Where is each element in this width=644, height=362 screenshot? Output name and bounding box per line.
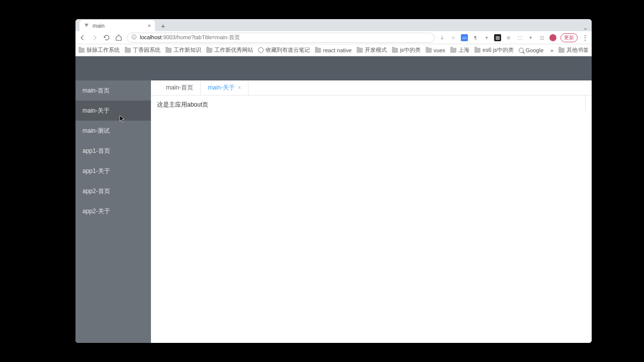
site-info-icon[interactable] xyxy=(131,34,137,41)
other-bookmarks-label: 其他书签 xyxy=(567,46,589,54)
forward-button[interactable] xyxy=(91,34,99,42)
bookmark-item[interactable]: js中的类 xyxy=(392,46,421,54)
page-tab[interactable]: main-首页 xyxy=(159,81,201,95)
folder-icon xyxy=(357,48,363,53)
bookmark-item[interactable]: 脉脉工作系统 xyxy=(78,46,120,54)
address-host: localhost xyxy=(140,34,162,40)
bookmark-label: 开发模式 xyxy=(365,46,387,54)
sidebar-item[interactable]: app2-首页 xyxy=(75,181,151,201)
install-icon[interactable]: ⤓ xyxy=(439,34,446,41)
folder-icon xyxy=(474,48,480,53)
bookmark-item[interactable]: Google xyxy=(519,47,543,53)
folder-icon xyxy=(450,48,456,53)
bookmark-label: 脉脉工作系统 xyxy=(87,46,120,54)
app-viewport: main-首页main-关于main-测试app1-首页app1-关于app2-… xyxy=(75,56,592,343)
sidebar-item[interactable]: main-测试 xyxy=(75,121,151,141)
other-bookmarks[interactable]: 其他书签 xyxy=(558,46,589,54)
page-tab-label: main-首页 xyxy=(166,83,193,92)
bookmark-label: 工作新知识 xyxy=(174,46,201,54)
sidebar-item-label: main-关于 xyxy=(83,107,110,115)
bookmark-item[interactable]: es6 js中的类 xyxy=(474,46,514,54)
sidebar-item[interactable]: app1-首页 xyxy=(75,141,151,161)
chevron-down-icon[interactable]: ⌄ xyxy=(583,25,588,31)
bookmark-label: 丁香园系统 xyxy=(133,46,160,54)
page-tab-label: main-关于 xyxy=(208,83,235,92)
update-button[interactable]: 更新 xyxy=(560,33,578,42)
page-text: 这是主应用about页 xyxy=(157,101,208,108)
sidebar: main-首页main-关于main-测试app1-首页app1-关于app2-… xyxy=(75,80,151,343)
sidebar-item[interactable]: app1-关于 xyxy=(75,161,151,181)
extension-icon[interactable]: ¶ xyxy=(472,34,479,41)
globe-icon xyxy=(258,47,264,53)
bookmark-label: es6 js中的类 xyxy=(482,46,514,54)
divider xyxy=(585,96,586,111)
bookmarks-bar: 脉脉工作系统丁香园系统工作新知识工作新优秀网站收藏到有道云笔记react nat… xyxy=(75,44,592,56)
address-port: :9003 xyxy=(162,34,176,40)
page-tab[interactable]: main-关于× xyxy=(201,81,249,95)
page-content: 这是主应用about页 xyxy=(151,96,592,114)
vue-favicon-icon xyxy=(84,23,90,29)
app-header xyxy=(75,56,592,80)
new-tab-button[interactable]: + xyxy=(158,21,168,31)
sidebar-item[interactable]: app2-关于 xyxy=(75,201,151,221)
bookmark-label: vuex xyxy=(434,47,445,53)
bookmark-label: react native xyxy=(323,47,352,53)
folder-icon xyxy=(206,48,212,53)
profile-avatar[interactable] xyxy=(549,34,556,41)
browser-tabstrip: main × + ⌄ xyxy=(75,19,592,31)
bookmark-label: 上海 xyxy=(458,46,469,54)
bookmark-item[interactable]: 上海 xyxy=(450,46,469,54)
bookmark-label: 工作新优秀网站 xyxy=(214,46,253,54)
content-area: main-首页main-关于× 这是主应用about页 xyxy=(151,80,592,343)
toolbar-right: ⤓ ☆ ▭ ¶ ▾ ▧ ⊘ ⬚ ✦ ◫ 更新 ⋮ xyxy=(439,33,589,42)
folder-icon xyxy=(125,48,131,53)
sidebar-item[interactable]: main-首页 xyxy=(75,80,151,101)
sidepanel-icon[interactable]: ◫ xyxy=(538,34,545,41)
bookmarks-overflow: » 其他书签 xyxy=(550,46,589,54)
bookmark-item[interactable]: 收藏到有道云笔记 xyxy=(258,46,310,54)
extension-icon[interactable]: ▾ xyxy=(483,34,490,41)
svg-marker-0 xyxy=(85,24,89,27)
browser-toolbar: localhost:9003/home?tabTitle=main-首页 ⤓ ☆… xyxy=(75,31,592,44)
search-icon xyxy=(519,48,524,53)
bookmark-item[interactable]: 开发模式 xyxy=(357,46,387,54)
folder-icon xyxy=(315,48,321,53)
extension-icon[interactable]: ⬚ xyxy=(516,34,523,41)
address-path: /home?tabTitle=main-首页 xyxy=(176,34,240,40)
bookmarks-overflow-chevron[interactable]: » xyxy=(550,47,553,53)
close-icon[interactable]: × xyxy=(148,23,151,29)
sidebar-item-label: app2-关于 xyxy=(83,207,110,216)
sidebar-item-label: main-首页 xyxy=(83,86,110,95)
sidebar-item-label: main-测试 xyxy=(83,127,110,135)
bookmark-item[interactable]: 工作新知识 xyxy=(166,46,201,54)
sidebar-item-label: app1-首页 xyxy=(83,147,110,155)
bookmark-label: 收藏到有道云笔记 xyxy=(266,46,310,54)
app-body: main-首页main-关于main-测试app1-首页app1-关于app2-… xyxy=(75,80,592,343)
extension-icon[interactable]: ⊘ xyxy=(505,34,512,41)
bookmark-item[interactable]: vuex xyxy=(426,47,445,53)
star-icon[interactable]: ☆ xyxy=(450,34,457,41)
address-bar[interactable]: localhost:9003/home?tabTitle=main-首页 xyxy=(127,33,435,43)
folder-icon xyxy=(426,48,432,53)
folder-icon xyxy=(166,48,172,53)
home-button[interactable] xyxy=(115,34,123,42)
extension-icon[interactable]: ▧ xyxy=(494,34,501,41)
page-tabs: main-首页main-关于× xyxy=(151,80,592,96)
bookmark-item[interactable]: 丁香园系统 xyxy=(125,46,160,54)
bookmark-item[interactable]: 工作新优秀网站 xyxy=(206,46,253,54)
bookmark-label: js中的类 xyxy=(400,46,421,54)
back-button[interactable] xyxy=(78,34,87,42)
sidebar-item-label: app1-关于 xyxy=(83,167,110,175)
close-icon[interactable]: × xyxy=(238,85,241,90)
bookmark-item[interactable]: react native xyxy=(315,47,352,53)
extension-icon[interactable]: ▭ xyxy=(461,34,468,41)
extensions-icon[interactable]: ✦ xyxy=(527,34,534,41)
browser-tab[interactable]: main × xyxy=(79,20,155,31)
address-text: localhost:9003/home?tabTitle=main-首页 xyxy=(140,34,240,41)
reload-button[interactable] xyxy=(103,34,111,42)
bookmark-label: Google xyxy=(526,47,543,53)
folder-icon xyxy=(392,48,398,53)
kebab-menu-icon[interactable]: ⋮ xyxy=(582,34,589,42)
sidebar-item-label: app2-首页 xyxy=(83,187,110,196)
sidebar-item[interactable]: main-关于 xyxy=(75,101,151,121)
